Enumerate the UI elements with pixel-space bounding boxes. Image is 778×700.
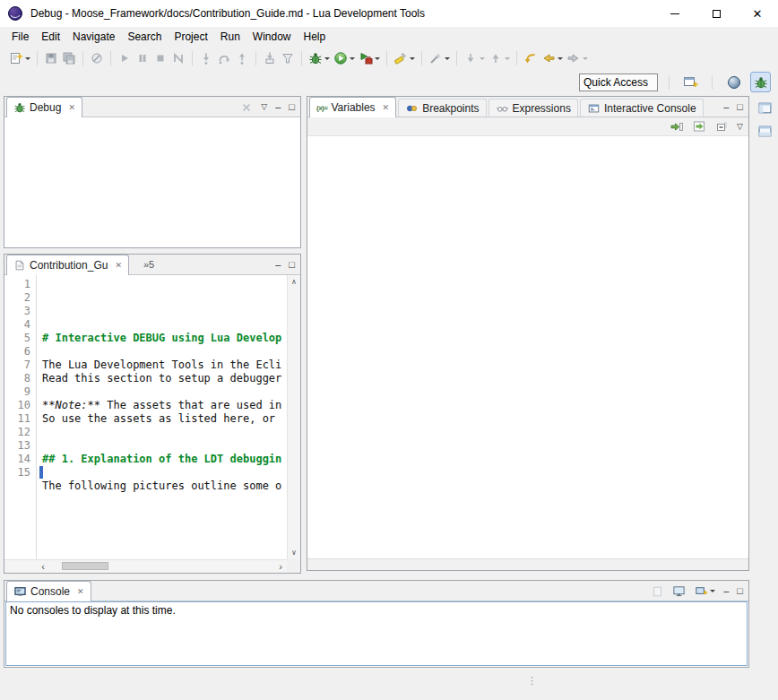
close-icon[interactable]: ✕ [77,587,84,596]
scroll-down-icon[interactable]: ∨ [291,549,297,557]
step-over-button[interactable] [215,48,233,68]
step-into-button[interactable] [197,48,215,68]
line-number[interactable]: 9 [4,385,36,399]
scroll-right-icon[interactable]: › [274,560,287,573]
code-line[interactable]: Read this section to setup a debugger [42,372,287,385]
line-number[interactable]: 7 [4,359,36,372]
code-line[interactable]: ## 1. Explanation of the LDT debuggin [42,453,287,466]
menu-window[interactable]: Window [246,28,298,46]
lua-perspective-button[interactable] [723,72,744,92]
line-number[interactable]: 11 [4,412,36,426]
show-type-names-button[interactable] [692,119,706,134]
close-icon[interactable]: ✕ [68,103,75,112]
collapse-all-button[interactable] [714,119,729,134]
view-menu-button[interactable]: ▽ [261,103,267,111]
hidden-editors-chevron[interactable]: »5 [143,254,154,274]
maximize-view-button[interactable]: □ [289,260,295,270]
step-return-button[interactable] [233,48,251,68]
open-console-page-button[interactable] [652,585,664,598]
window-minimize-button[interactable] [654,0,696,27]
line-number[interactable]: 12 [4,426,36,439]
remove-all-terminated-button[interactable] [240,101,253,114]
menu-file[interactable]: File [5,28,35,46]
tab-debug[interactable]: Debug ✕ [6,97,82,117]
menu-project[interactable]: Project [168,28,213,46]
close-icon[interactable]: ✕ [115,261,122,270]
window-close-button[interactable]: ✕ [737,0,778,27]
code-line[interactable] [42,439,287,453]
line-number[interactable]: 1 [4,278,36,291]
new-button[interactable] [7,48,32,68]
editor-vscrollbar[interactable]: ∧ ∨ [287,275,300,559]
display-selected-console-button[interactable] [672,584,686,598]
line-number-ruler[interactable]: 123456789101112131415 [4,275,37,559]
tab-expressions[interactable]: Expressions [488,99,578,117]
tab-contribution-guide[interactable]: Contribution_Gu ✕ [6,255,129,275]
maximize-view-button[interactable]: □ [737,586,743,596]
scroll-up-icon[interactable]: ∧ [291,278,297,286]
code-line[interactable]: **Note:** The assets that are used in [42,399,287,412]
menu-run[interactable]: Run [214,28,246,46]
line-number[interactable]: 6 [4,345,36,359]
open-wizard-button[interactable] [427,48,452,68]
forward-button[interactable] [565,48,590,68]
tab-breakpoints[interactable]: Breakpoints [398,99,486,117]
debug-perspective-button[interactable] [750,72,771,92]
menu-navigate[interactable]: Navigate [66,28,121,46]
variables-hscrollbar[interactable] [307,558,748,570]
resume-button[interactable] [116,48,134,68]
console-body[interactable]: No consoles to display at this time. [5,601,748,666]
code-area[interactable]: # Interactive DEBUG using Lua Develop Th… [38,275,287,559]
hscrollbar-thumb[interactable] [62,562,108,570]
run-button[interactable] [332,48,357,68]
code-line[interactable] [42,466,287,480]
line-number[interactable]: 14 [4,453,36,466]
line-number[interactable]: 5 [4,332,36,345]
code-line[interactable] [42,385,287,399]
suspend-button[interactable] [134,48,151,68]
debug-button[interactable] [307,48,332,68]
quick-access-input[interactable]: Quick Access [579,73,658,91]
back-button[interactable] [540,48,565,68]
menu-edit[interactable]: Edit [35,28,66,46]
maximize-view-button[interactable]: □ [737,102,743,112]
tab-console[interactable]: Console ✕ [6,581,91,601]
editor-hscrollbar[interactable]: ‹ › [37,559,287,573]
view-menu-button[interactable]: ▽ [737,123,743,131]
line-number[interactable]: 10 [4,399,36,412]
window-maximize-button[interactable] [696,0,737,27]
editor-body[interactable]: 123456789101112131415 # Interactive DEBU… [4,275,300,573]
line-number[interactable]: 3 [4,305,36,318]
restore-view-stack-button[interactable] [756,99,774,117]
line-number[interactable]: 13 [4,439,36,453]
minimize-view-button[interactable]: – [723,102,729,112]
maximize-view-button[interactable]: □ [289,102,295,112]
use-step-filters-button[interactable] [279,48,297,68]
previous-annotation-button[interactable] [487,48,512,68]
menu-help[interactable]: Help [298,28,333,46]
line-number[interactable]: 8 [4,372,36,385]
code-line[interactable] [42,345,287,359]
skip-all-breakpoints-button[interactable] [88,48,106,68]
next-annotation-button[interactable] [462,48,487,68]
terminate-button[interactable] [151,48,169,68]
scroll-left-icon[interactable]: ‹ [37,560,49,573]
tab-interactive-console[interactable]: Interactive Console [580,99,704,117]
code-line[interactable] [42,506,287,520]
last-edit-location-button[interactable] [522,48,540,68]
close-icon[interactable]: ✕ [383,103,390,112]
code-line[interactable]: # Interactive DEBUG using Lua Develop [42,332,287,345]
code-line[interactable]: The Lua Development Tools in the Ecli [42,359,287,372]
code-line[interactable] [42,318,287,332]
open-console-button[interactable] [694,584,715,598]
line-number[interactable]: 2 [4,291,36,305]
line-number[interactable]: 15 [4,466,36,480]
save-all-button[interactable] [60,48,78,68]
save-button[interactable] [42,48,60,68]
menu-search[interactable]: Search [121,28,168,46]
mark-occurrences-button[interactable] [392,48,417,68]
show-logical-structure-button[interactable] [670,119,684,134]
external-tools-button[interactable] [357,48,382,68]
open-perspective-button[interactable] [680,72,701,92]
tab-variables[interactable]: (x)= Variables ✕ [309,97,396,117]
